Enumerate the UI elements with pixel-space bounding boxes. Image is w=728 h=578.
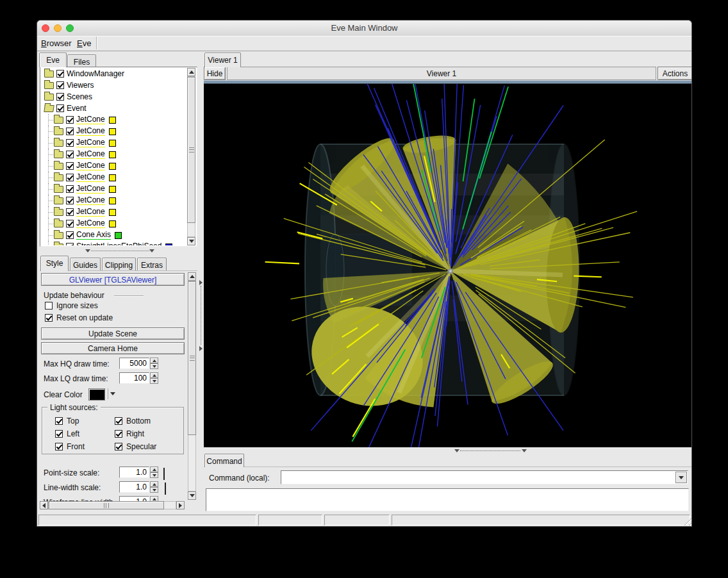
viewer-title-bar[interactable]: Viewer 1 bbox=[227, 67, 656, 80]
item-color-swatch[interactable] bbox=[109, 140, 116, 147]
tab-files[interactable]: Files bbox=[67, 54, 96, 67]
tab-clipping[interactable]: Clipping bbox=[102, 258, 136, 271]
gl-viewport[interactable] bbox=[204, 84, 692, 447]
editor-h-scrollbar[interactable] bbox=[40, 501, 185, 510]
checkbox-icon[interactable] bbox=[55, 430, 63, 438]
tree-item-label[interactable]: Viewers bbox=[67, 81, 94, 90]
checkbox-icon[interactable] bbox=[115, 443, 122, 450]
update-scene-button[interactable]: Update Scene bbox=[41, 327, 185, 340]
tree-item-event[interactable]: Event bbox=[41, 103, 187, 114]
scrollbar-thumb[interactable] bbox=[49, 501, 164, 509]
tree-item-label[interactable]: Cone Axis bbox=[76, 231, 111, 240]
reset-on-update-checkbox[interactable]: Reset on update bbox=[45, 313, 113, 322]
item-color-swatch[interactable] bbox=[109, 128, 116, 135]
item-color-swatch[interactable] bbox=[109, 197, 116, 204]
tree-item-checkbox[interactable] bbox=[56, 81, 64, 89]
point-size-spinner[interactable] bbox=[150, 467, 158, 478]
tree-item-checkbox[interactable] bbox=[56, 70, 64, 78]
command-dropdown-button[interactable] bbox=[675, 472, 687, 483]
line-width-checkbox[interactable] bbox=[165, 483, 166, 495]
tree-item-label[interactable]: StraightLinesEtaPhiSeed bbox=[76, 242, 161, 245]
checkbox-icon[interactable] bbox=[45, 314, 53, 322]
tab-guides[interactable]: Guides bbox=[70, 258, 101, 271]
light-checkbox-right[interactable]: Right bbox=[115, 429, 178, 438]
tree-item-checkbox[interactable] bbox=[66, 220, 74, 227]
item-color-swatch[interactable] bbox=[109, 174, 116, 181]
scrollbar-thumb[interactable] bbox=[187, 77, 195, 223]
checkbox-icon[interactable] bbox=[115, 417, 122, 425]
tree-item-checkbox[interactable] bbox=[56, 93, 64, 101]
tree-item-jetcone[interactable]: JetCone bbox=[41, 114, 187, 126]
max-lq-input[interactable]: 100 bbox=[119, 372, 149, 384]
tree-item-jetcone[interactable]: JetCone bbox=[41, 137, 187, 149]
tree-item-jetcone[interactable]: JetCone bbox=[41, 195, 187, 206]
tree-item-jetcone[interactable]: JetCone bbox=[41, 206, 187, 218]
event-display-3d[interactable] bbox=[204, 84, 692, 447]
light-checkbox-front[interactable]: Front bbox=[55, 442, 115, 451]
hide-button[interactable]: Hide bbox=[204, 67, 226, 80]
tree-item-checkbox[interactable] bbox=[66, 116, 74, 124]
title-bar[interactable]: Eve Main Window bbox=[37, 21, 691, 37]
scroll-right-button[interactable] bbox=[176, 501, 185, 509]
item-color-swatch[interactable] bbox=[109, 117, 116, 124]
tree-item-jetcone[interactable]: JetCone bbox=[41, 126, 187, 137]
tree-item-jetcone[interactable]: JetCone bbox=[41, 218, 187, 229]
tree-item-checkbox[interactable] bbox=[66, 151, 74, 158]
horizontal-splitter[interactable] bbox=[40, 248, 197, 254]
scroll-down-button[interactable] bbox=[188, 491, 196, 500]
tree-item-checkbox[interactable] bbox=[66, 174, 74, 181]
tree-item-label[interactable]: JetCone bbox=[76, 219, 105, 228]
menu-browser[interactable]: Browser bbox=[38, 38, 74, 48]
item-color-swatch[interactable] bbox=[109, 220, 116, 227]
tree-item-label[interactable]: JetCone bbox=[76, 150, 105, 159]
tree-item-checkbox[interactable] bbox=[56, 104, 64, 112]
tree-item-label[interactable]: JetCone bbox=[76, 196, 105, 205]
line-width-input[interactable]: 1.0 bbox=[119, 481, 149, 493]
tree-item-label[interactable]: JetCone bbox=[76, 161, 105, 170]
tree-item-label[interactable]: JetCone bbox=[76, 185, 105, 194]
max-lq-spinner[interactable] bbox=[150, 372, 158, 384]
item-color-swatch[interactable] bbox=[109, 186, 116, 193]
command-combobox[interactable] bbox=[281, 470, 688, 484]
menu-eve[interactable]: Eve bbox=[74, 38, 94, 48]
scrollbar-thumb[interactable] bbox=[188, 281, 196, 435]
scroll-up-button[interactable] bbox=[188, 272, 196, 281]
checkbox-icon[interactable] bbox=[55, 443, 63, 450]
command-output[interactable] bbox=[206, 488, 689, 511]
tab-command[interactable]: Command bbox=[204, 454, 244, 467]
actions-button[interactable]: Actions bbox=[658, 67, 692, 80]
checkbox-icon[interactable] bbox=[45, 302, 53, 310]
wireframe-spinner[interactable] bbox=[150, 496, 158, 501]
tree-item-checkbox[interactable] bbox=[66, 139, 74, 147]
light-checkbox-top[interactable]: Top bbox=[55, 417, 115, 425]
line-width-spinner[interactable] bbox=[150, 481, 158, 493]
clear-color-dropdown-icon[interactable] bbox=[110, 392, 115, 395]
item-color-swatch[interactable] bbox=[109, 163, 116, 170]
tab-style[interactable]: Style bbox=[40, 256, 69, 271]
tree-item-label[interactable]: JetCone bbox=[76, 173, 105, 182]
tree-item-jetcone[interactable]: JetCone bbox=[41, 149, 187, 160]
tree-item-checkbox[interactable] bbox=[66, 208, 74, 216]
tree-item-label[interactable]: JetCone bbox=[76, 138, 105, 147]
scroll-up-button[interactable] bbox=[187, 68, 195, 76]
checkbox-icon[interactable] bbox=[115, 430, 122, 438]
tree-item-label[interactable]: WindowManager bbox=[67, 70, 124, 78]
vertical-splitter[interactable] bbox=[199, 53, 204, 511]
tree-item-label[interactable]: JetCone bbox=[76, 127, 105, 136]
point-size-checkbox[interactable] bbox=[163, 468, 165, 480]
tree-item-checkbox[interactable] bbox=[66, 231, 74, 239]
clear-color-swatch[interactable] bbox=[88, 388, 105, 400]
light-checkbox-left[interactable]: Left bbox=[55, 429, 115, 438]
command-splitter[interactable] bbox=[204, 448, 692, 454]
tree-item-checkbox[interactable] bbox=[66, 197, 74, 204]
tree-item-checkbox[interactable] bbox=[66, 243, 74, 245]
tree-item-scenes[interactable]: Scenes bbox=[41, 91, 187, 103]
tree-item-jetcone[interactable]: JetCone bbox=[41, 183, 187, 195]
item-color-swatch[interactable] bbox=[109, 209, 116, 216]
scroll-down-button[interactable] bbox=[187, 237, 195, 245]
tree-item-straightlinesetaphiseed[interactable]: StraightLinesEtaPhiSeed bbox=[41, 241, 187, 245]
item-color-swatch[interactable] bbox=[165, 244, 172, 246]
tree-item-checkbox[interactable] bbox=[66, 185, 74, 193]
tree-item-cone-axis[interactable]: Cone Axis bbox=[41, 229, 187, 241]
ignore-sizes-checkbox[interactable]: Ignore sizes bbox=[45, 301, 98, 310]
